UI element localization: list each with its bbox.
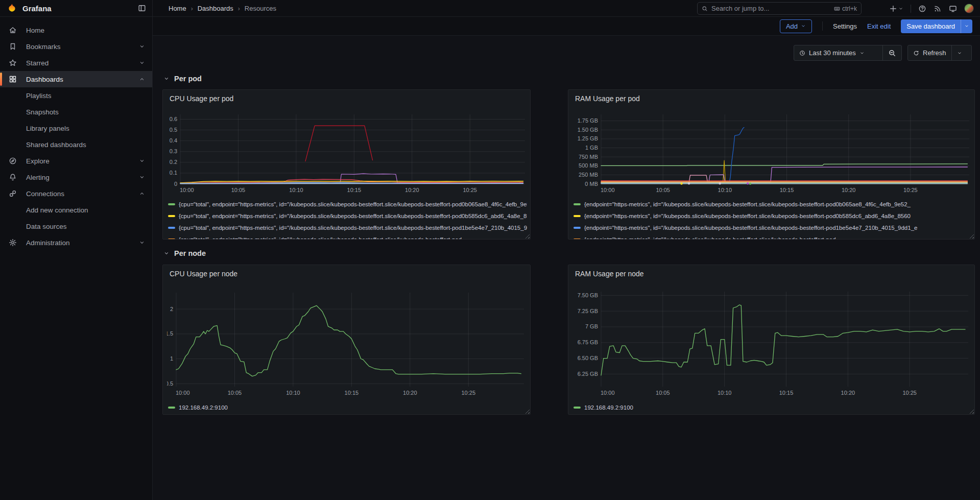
svg-text:0.4: 0.4 [170, 137, 177, 144]
breadcrumb-separator: › [191, 5, 193, 12]
svg-text:750 MB: 750 MB [579, 154, 598, 160]
sidebar-item-data-sources[interactable]: Data sources [0, 218, 152, 234]
brand-title: Grafana [22, 4, 52, 13]
chevron-down-icon [801, 23, 806, 29]
search-icon [702, 6, 708, 12]
sidebar-item-dashboards[interactable]: Dashboards [0, 71, 152, 87]
refresh-group: Refresh [907, 45, 972, 61]
legend-item[interactable]: 192.168.49.2:9100 [573, 400, 971, 414]
svg-text:10:00: 10:00 [176, 390, 190, 396]
settings-button[interactable]: Settings [833, 22, 857, 30]
time-range-group: Last 30 minutes [794, 45, 902, 61]
sidebar-item-shared-dashboards[interactable]: Shared dashboards [0, 136, 152, 153]
apps-icon [9, 75, 17, 83]
panel-title[interactable]: RAM Usage per node [575, 270, 644, 278]
breadcrumb-home[interactable]: Home [169, 5, 186, 12]
ram-per-pod-chart[interactable]: 0 MB250 MB500 MB750 MB1 GB1.25 GB1.50 GB… [572, 109, 970, 196]
legend-item[interactable]: {cpu="total", endpoint="https-metrics", … [168, 210, 527, 222]
legend-color-dash [168, 203, 175, 205]
add-button[interactable]: Add [780, 19, 812, 33]
svg-text:2: 2 [170, 306, 173, 312]
search-shortcut: ctrl+k [834, 5, 857, 12]
svg-text:7.50 GB: 7.50 GB [578, 292, 598, 298]
legend-item[interactable]: {endpoint="https-metrics", id="/kubepods… [573, 198, 971, 210]
breadcrumb-dashboards[interactable]: Dashboards [198, 5, 233, 12]
news-rss-icon[interactable] [934, 5, 942, 13]
cpu-per-pod-chart[interactable]: 00.10.20.30.40.50.610:0010:0510:1010:151… [167, 109, 526, 196]
new-menu-button[interactable] [889, 5, 903, 13]
grafana-logo-icon [7, 3, 17, 14]
legend-item[interactable]: {cpu="total", endpoint="https-metrics", … [168, 222, 527, 233]
sidebar-item-administration[interactable]: Administration [0, 234, 152, 251]
chevron-down-icon [957, 51, 962, 56]
legend-item[interactable]: {endpoint="https-metrics", id="/kubepods… [573, 222, 971, 233]
sidebar-item-starred[interactable]: Starred [0, 55, 152, 71]
panel-cpu-usage-per-node[interactable]: CPU Usage per node 0.511.5210:0010:0510:… [162, 265, 531, 415]
legend-item[interactable]: {cpu="total", endpoint="https-metrics", … [168, 233, 527, 239]
ram-per-pod-legend: {endpoint="https-metrics", id="/kubepods… [573, 196, 971, 239]
ram-per-node-chart[interactable]: 6.25 GB6.50 GB6.75 GB7 GB7.25 GB7.50 GB1… [572, 284, 970, 400]
home-icon [9, 26, 17, 34]
refresh-interval-button[interactable] [951, 45, 967, 60]
panel-ram-usage-per-pod[interactable]: RAM Usage per pod 0 MB250 MB500 MB750 MB… [568, 89, 975, 240]
sidebar-item-home[interactable]: Home [0, 22, 152, 38]
zoom-out-button[interactable] [882, 45, 901, 60]
svg-text:6.25 GB: 6.25 GB [578, 371, 598, 377]
sidebar-item-add-new-connection[interactable]: Add new connection [0, 202, 152, 218]
kiosk-monitor-icon[interactable] [949, 5, 957, 13]
user-avatar[interactable] [964, 4, 974, 13]
svg-text:10:20: 10:20 [842, 187, 856, 193]
topbar-actions [889, 0, 980, 17]
ram-per-node-legend: 192.168.49.2:9100 [573, 400, 971, 414]
sidebar-item-connections[interactable]: Connections [0, 185, 152, 202]
panel-title[interactable]: CPU Usage per pod [170, 94, 233, 103]
sidebar-item-bookmarks[interactable]: Bookmarks [0, 38, 152, 55]
svg-text:10:20: 10:20 [403, 390, 417, 396]
svg-text:10:05: 10:05 [656, 390, 670, 396]
sidebar-item-snapshots[interactable]: Snapshots [0, 104, 152, 120]
chevron-down-icon [139, 240, 145, 246]
svg-text:0.5: 0.5 [170, 127, 177, 133]
bell-icon [9, 173, 17, 181]
legend-color-dash [573, 227, 581, 229]
svg-text:0.5: 0.5 [167, 380, 173, 387]
sidebar-item-explore[interactable]: Explore [0, 153, 152, 169]
panel-cpu-usage-per-pod[interactable]: CPU Usage per pod 00.10.20.30.40.50.610:… [162, 89, 531, 240]
svg-text:10:25: 10:25 [463, 187, 477, 193]
search-input[interactable]: Search or jump to... ctrl+k [697, 2, 862, 15]
exit-edit-button[interactable]: Exit edit [867, 22, 891, 30]
edit-toolbar: Add Settings Exit edit Save dashboard [153, 17, 980, 36]
svg-text:1.75 GB: 1.75 GB [578, 117, 598, 124]
legend-color-dash [168, 215, 175, 217]
legend-color-dash [573, 407, 581, 409]
sidebar-toggle-icon[interactable] [138, 4, 146, 12]
save-dashboard-button[interactable]: Save dashboard [901, 19, 972, 33]
legend-item[interactable]: {endpoint="https-metrics", id="/kubepods… [573, 210, 971, 222]
help-icon[interactable] [918, 5, 926, 13]
section-per-node[interactable]: Per node [163, 249, 206, 257]
svg-text:500 MB: 500 MB [579, 162, 598, 169]
sidebar-item-playlists[interactable]: Playlists [0, 87, 152, 104]
sidebar-item-alerting[interactable]: Alerting [0, 169, 152, 185]
section-per-pod[interactable]: Per pod [163, 75, 202, 83]
sidebar-item-library-panels[interactable]: Library panels [0, 120, 152, 136]
time-range-picker[interactable]: Last 30 minutes [794, 45, 882, 60]
svg-text:1 GB: 1 GB [585, 145, 598, 151]
clock-icon [799, 50, 805, 56]
cpu-per-node-legend: 192.168.49.2:9100 [168, 400, 527, 414]
chevron-down-icon [139, 174, 145, 180]
panel-ram-usage-per-node[interactable]: RAM Usage per node 6.25 GB6.50 GB6.75 GB… [568, 265, 975, 415]
legend-item[interactable]: 192.168.49.2:9100 [168, 400, 527, 414]
svg-text:10:10: 10:10 [286, 390, 300, 396]
legend-item[interactable]: {endpoint="https-metrics", id="/kubepods… [573, 233, 971, 239]
panel-title[interactable]: CPU Usage per node [170, 270, 237, 278]
svg-text:6.75 GB: 6.75 GB [578, 339, 598, 345]
cpu-per-node-chart[interactable]: 0.511.5210:0010:0510:1010:1510:2010:25 [167, 284, 526, 400]
save-dashboard-menu-button[interactable] [961, 19, 972, 33]
legend-item[interactable]: {cpu="total", endpoint="https-metrics", … [168, 198, 527, 210]
refresh-button[interactable]: Refresh [908, 45, 951, 60]
legend-color-dash [573, 239, 581, 240]
svg-text:250 MB: 250 MB [579, 172, 598, 178]
svg-text:10:00: 10:00 [601, 187, 615, 193]
panel-title[interactable]: RAM Usage per pod [575, 94, 640, 103]
